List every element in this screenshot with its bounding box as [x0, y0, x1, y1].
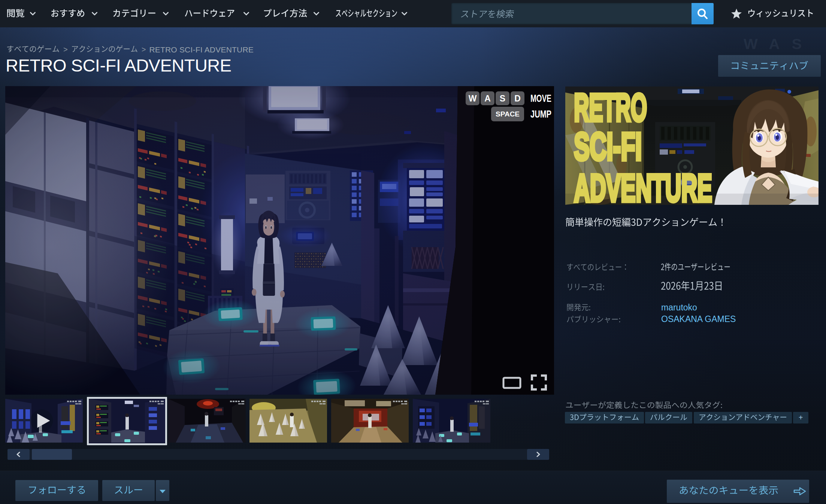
svg-text:SPACE: SPACE: [496, 110, 520, 118]
svg-text:JUMP: JUMP: [530, 108, 551, 120]
svg-text:RETRO: RETRO: [574, 86, 647, 129]
svg-text:W: W: [469, 94, 477, 103]
svg-text:SCI-FI: SCI-FI: [574, 124, 642, 168]
svg-text:ADVENTURE: ADVENTURE: [574, 166, 712, 205]
svg-text:D: D: [514, 94, 521, 103]
svg-text:A: A: [484, 94, 491, 103]
svg-text:S: S: [500, 94, 505, 103]
svg-text:MOVE: MOVE: [530, 92, 551, 104]
